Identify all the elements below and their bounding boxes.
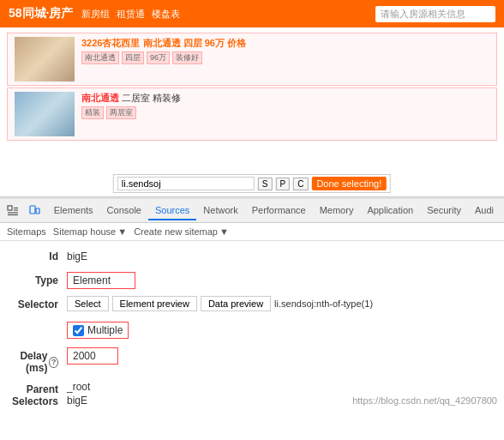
listing-tags-2: 精装 两居室 [81, 106, 489, 119]
tab-application[interactable]: Application [360, 202, 420, 220]
selector-value: li.sendsoj:nth-of-type(1) [274, 298, 373, 309]
p-button[interactable]: P [275, 178, 290, 190]
tab-performance[interactable]: Performance [245, 202, 313, 220]
multiple-checkbox[interactable] [73, 325, 84, 336]
devtools-container: 58同城·房产 新房组 租赁通 楼盘表 请输入房源相关信息 3226杏花西里 南… [0, 0, 504, 440]
multiple-label: Multiple [87, 324, 123, 336]
listing-image-2 [15, 92, 75, 136]
chevron-down-icon-2: ▼ [219, 226, 229, 237]
svg-rect-5 [30, 206, 35, 214]
sitemap-house-dropdown[interactable]: Sitemap house ▼ [53, 226, 127, 237]
type-label: Type [7, 272, 67, 286]
tab-audi[interactable]: Audi [468, 202, 501, 220]
listing-tag: 装修好 [172, 51, 202, 64]
devtools-panel: Elements Console Sources Network Perform… [0, 197, 504, 440]
website-preview: 58同城·房产 新房组 租赁通 楼盘表 请输入房源相关信息 3226杏花西里 南… [0, 0, 504, 197]
parent-selectors-row: Parent Selectors _root bigE https://blog… [0, 377, 504, 411]
select-button[interactable]: Select [67, 296, 109, 311]
form-area: Id bigE Type Selector Select Element pre… [0, 241, 504, 440]
listing-content-2: 南北通透 二居室 精装修 精装 两居室 [81, 92, 489, 119]
sitemaps-link[interactable]: Sitemaps [7, 226, 46, 237]
multiple-checkbox-container: Multiple [67, 322, 129, 339]
site-nav-item-1[interactable]: 新房组 [81, 8, 110, 21]
listings-area: 3226杏花西里 南北通透 四层 96万 价格 南北通透 四层 96万 装修好 [0, 27, 504, 146]
listing-content-1: 3226杏花西里 南北通透 四层 96万 价格 南北通透 四层 96万 装修好 [81, 37, 489, 64]
listing-title-1: 3226杏花西里 南北通透 四层 96万 价格 [81, 37, 489, 50]
multiple-row: Multiple [0, 316, 504, 344]
element-preview-button[interactable]: Element preview [112, 296, 197, 311]
type-row: Type [0, 268, 504, 292]
site-nav-item-2[interactable]: 租赁通 [117, 8, 145, 21]
device-icon[interactable] [25, 202, 43, 220]
listing-tag: 两居室 [106, 106, 136, 119]
selector-input[interactable] [117, 177, 255, 190]
listing-tag: 精装 [81, 106, 104, 119]
id-value: bigE [67, 248, 87, 262]
tab-sources[interactable]: Sources [148, 202, 196, 220]
selector-row: Selector Select Element preview Data pre… [0, 292, 504, 316]
listing-item-2[interactable]: 南北通透 二居室 精装修 精装 两居室 [7, 87, 497, 141]
site-logo: 58同城·房产 [9, 6, 73, 21]
listing-tags-1: 南北通透 四层 96万 装修好 [81, 51, 489, 64]
tab-security[interactable]: Security [420, 202, 468, 220]
parent-selectors-label: Parent Selectors [7, 381, 67, 407]
delay-input[interactable] [67, 347, 118, 365]
parent-selector-bige: bigE [67, 395, 90, 407]
svg-rect-6 [36, 208, 39, 214]
svg-rect-0 [8, 206, 12, 210]
site-header: 58同城·房产 新房组 租赁通 楼盘表 请输入房源相关信息 [0, 0, 504, 27]
delay-row: Delay (ms) ? [0, 344, 504, 377]
listing-item-1[interactable]: 3226杏花西里 南北通透 四层 96万 价格 南北通透 四层 96万 装修好 [7, 33, 497, 86]
chevron-down-icon: ▼ [117, 226, 127, 237]
sitemaps-bar: Sitemaps Sitemap house ▼ Create new site… [0, 223, 504, 241]
tab-console[interactable]: Console [100, 202, 148, 220]
search-placeholder: 请输入房源相关信息 [381, 9, 465, 19]
create-sitemap-dropdown[interactable]: Create new sitemap ▼ [134, 226, 229, 237]
listing-tag: 南北通透 [81, 51, 119, 64]
type-input[interactable] [67, 272, 135, 289]
data-preview-button[interactable]: Data preview [201, 296, 271, 311]
csdn-watermark: https://blog.csdn.net/qq_42907800 [352, 395, 497, 406]
info-icon[interactable]: ? [49, 357, 58, 368]
selector-bar: S P C Done selecting! [113, 174, 391, 193]
site-search[interactable]: 请输入房源相关信息 [375, 6, 495, 22]
listing-image-1 [15, 37, 75, 81]
selector-label: Selector [7, 296, 67, 310]
delay-label: Delay (ms) ? [7, 347, 67, 374]
selector-buttons: Select Element preview Data preview li.s… [67, 296, 373, 311]
listing-title-2: 南北通透 二居室 精装修 [81, 92, 489, 105]
c-button[interactable]: C [293, 178, 308, 190]
parent-selectors-values: _root bigE [67, 381, 90, 407]
id-label: Id [7, 248, 67, 262]
parent-selector-root: _root [67, 381, 90, 393]
site-nav-item-3[interactable]: 楼盘表 [152, 8, 180, 21]
tab-memory[interactable]: Memory [313, 202, 361, 220]
tab-network[interactable]: Network [196, 202, 244, 220]
tab-elements[interactable]: Elements [47, 202, 100, 220]
id-row: Id bigE [0, 244, 504, 268]
s-button[interactable]: S [258, 178, 273, 190]
listing-tag: 四层 [122, 51, 144, 64]
done-selecting-button[interactable]: Done selecting! [311, 177, 387, 190]
devtools-tabs: Elements Console Sources Network Perform… [0, 199, 504, 223]
listing-tag: 96万 [147, 51, 170, 64]
site-nav: 新房组 租赁通 楼盘表 [81, 8, 367, 21]
inspect-icon[interactable] [3, 202, 21, 220]
